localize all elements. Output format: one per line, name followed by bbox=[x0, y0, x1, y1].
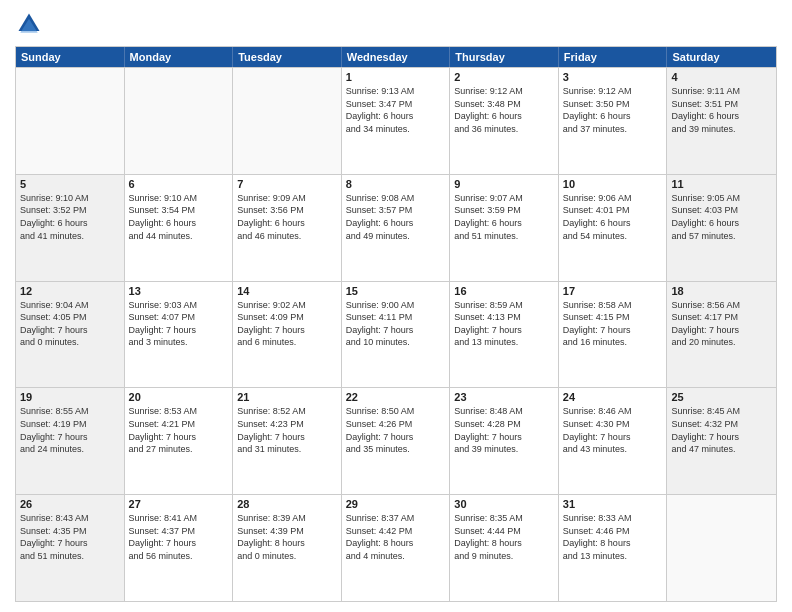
calendar-cell: 4Sunrise: 9:11 AM Sunset: 3:51 PM Daylig… bbox=[667, 68, 776, 174]
cell-info: Sunrise: 9:07 AM Sunset: 3:59 PM Dayligh… bbox=[454, 192, 554, 242]
day-number: 6 bbox=[129, 178, 229, 190]
logo-icon bbox=[15, 10, 43, 38]
calendar-cell: 13Sunrise: 9:03 AM Sunset: 4:07 PM Dayli… bbox=[125, 282, 234, 388]
page: SundayMondayTuesdayWednesdayThursdayFrid… bbox=[0, 0, 792, 612]
day-number: 23 bbox=[454, 391, 554, 403]
cell-info: Sunrise: 8:52 AM Sunset: 4:23 PM Dayligh… bbox=[237, 405, 337, 455]
calendar-cell: 7Sunrise: 9:09 AM Sunset: 3:56 PM Daylig… bbox=[233, 175, 342, 281]
weekday-header: Wednesday bbox=[342, 47, 451, 67]
calendar-cell bbox=[233, 68, 342, 174]
cell-info: Sunrise: 9:04 AM Sunset: 4:05 PM Dayligh… bbox=[20, 299, 120, 349]
calendar-body: 1Sunrise: 9:13 AM Sunset: 3:47 PM Daylig… bbox=[16, 67, 776, 601]
cell-info: Sunrise: 9:12 AM Sunset: 3:48 PM Dayligh… bbox=[454, 85, 554, 135]
day-number: 21 bbox=[237, 391, 337, 403]
weekday-header: Friday bbox=[559, 47, 668, 67]
calendar-header: SundayMondayTuesdayWednesdayThursdayFrid… bbox=[16, 47, 776, 67]
calendar-cell: 23Sunrise: 8:48 AM Sunset: 4:28 PM Dayli… bbox=[450, 388, 559, 494]
day-number: 10 bbox=[563, 178, 663, 190]
weekday-header: Thursday bbox=[450, 47, 559, 67]
calendar-cell: 16Sunrise: 8:59 AM Sunset: 4:13 PM Dayli… bbox=[450, 282, 559, 388]
calendar-cell: 26Sunrise: 8:43 AM Sunset: 4:35 PM Dayli… bbox=[16, 495, 125, 601]
day-number: 27 bbox=[129, 498, 229, 510]
day-number: 11 bbox=[671, 178, 772, 190]
day-number: 24 bbox=[563, 391, 663, 403]
calendar-cell: 19Sunrise: 8:55 AM Sunset: 4:19 PM Dayli… bbox=[16, 388, 125, 494]
calendar-cell: 14Sunrise: 9:02 AM Sunset: 4:09 PM Dayli… bbox=[233, 282, 342, 388]
cell-info: Sunrise: 9:10 AM Sunset: 3:52 PM Dayligh… bbox=[20, 192, 120, 242]
cell-info: Sunrise: 8:41 AM Sunset: 4:37 PM Dayligh… bbox=[129, 512, 229, 562]
day-number: 30 bbox=[454, 498, 554, 510]
day-number: 15 bbox=[346, 285, 446, 297]
day-number: 7 bbox=[237, 178, 337, 190]
day-number: 12 bbox=[20, 285, 120, 297]
calendar-cell: 22Sunrise: 8:50 AM Sunset: 4:26 PM Dayli… bbox=[342, 388, 451, 494]
calendar-cell: 17Sunrise: 8:58 AM Sunset: 4:15 PM Dayli… bbox=[559, 282, 668, 388]
calendar-cell: 25Sunrise: 8:45 AM Sunset: 4:32 PM Dayli… bbox=[667, 388, 776, 494]
day-number: 19 bbox=[20, 391, 120, 403]
cell-info: Sunrise: 8:55 AM Sunset: 4:19 PM Dayligh… bbox=[20, 405, 120, 455]
cell-info: Sunrise: 8:45 AM Sunset: 4:32 PM Dayligh… bbox=[671, 405, 772, 455]
calendar-cell: 21Sunrise: 8:52 AM Sunset: 4:23 PM Dayli… bbox=[233, 388, 342, 494]
cell-info: Sunrise: 9:09 AM Sunset: 3:56 PM Dayligh… bbox=[237, 192, 337, 242]
calendar-cell: 20Sunrise: 8:53 AM Sunset: 4:21 PM Dayli… bbox=[125, 388, 234, 494]
cell-info: Sunrise: 8:59 AM Sunset: 4:13 PM Dayligh… bbox=[454, 299, 554, 349]
day-number: 9 bbox=[454, 178, 554, 190]
day-number: 28 bbox=[237, 498, 337, 510]
day-number: 16 bbox=[454, 285, 554, 297]
calendar-row: 5Sunrise: 9:10 AM Sunset: 3:52 PM Daylig… bbox=[16, 174, 776, 281]
cell-info: Sunrise: 8:35 AM Sunset: 4:44 PM Dayligh… bbox=[454, 512, 554, 562]
calendar-cell bbox=[125, 68, 234, 174]
calendar-cell: 29Sunrise: 8:37 AM Sunset: 4:42 PM Dayli… bbox=[342, 495, 451, 601]
cell-info: Sunrise: 9:10 AM Sunset: 3:54 PM Dayligh… bbox=[129, 192, 229, 242]
calendar-cell: 1Sunrise: 9:13 AM Sunset: 3:47 PM Daylig… bbox=[342, 68, 451, 174]
day-number: 3 bbox=[563, 71, 663, 83]
header bbox=[15, 10, 777, 38]
day-number: 20 bbox=[129, 391, 229, 403]
cell-info: Sunrise: 8:48 AM Sunset: 4:28 PM Dayligh… bbox=[454, 405, 554, 455]
calendar-row: 19Sunrise: 8:55 AM Sunset: 4:19 PM Dayli… bbox=[16, 387, 776, 494]
cell-info: Sunrise: 8:58 AM Sunset: 4:15 PM Dayligh… bbox=[563, 299, 663, 349]
cell-info: Sunrise: 9:12 AM Sunset: 3:50 PM Dayligh… bbox=[563, 85, 663, 135]
calendar: SundayMondayTuesdayWednesdayThursdayFrid… bbox=[15, 46, 777, 602]
weekday-header: Sunday bbox=[16, 47, 125, 67]
day-number: 18 bbox=[671, 285, 772, 297]
cell-info: Sunrise: 9:03 AM Sunset: 4:07 PM Dayligh… bbox=[129, 299, 229, 349]
day-number: 25 bbox=[671, 391, 772, 403]
day-number: 26 bbox=[20, 498, 120, 510]
cell-info: Sunrise: 8:39 AM Sunset: 4:39 PM Dayligh… bbox=[237, 512, 337, 562]
cell-info: Sunrise: 9:02 AM Sunset: 4:09 PM Dayligh… bbox=[237, 299, 337, 349]
calendar-cell: 27Sunrise: 8:41 AM Sunset: 4:37 PM Dayli… bbox=[125, 495, 234, 601]
day-number: 5 bbox=[20, 178, 120, 190]
calendar-cell: 15Sunrise: 9:00 AM Sunset: 4:11 PM Dayli… bbox=[342, 282, 451, 388]
day-number: 14 bbox=[237, 285, 337, 297]
calendar-cell: 6Sunrise: 9:10 AM Sunset: 3:54 PM Daylig… bbox=[125, 175, 234, 281]
calendar-row: 26Sunrise: 8:43 AM Sunset: 4:35 PM Dayli… bbox=[16, 494, 776, 601]
calendar-cell: 5Sunrise: 9:10 AM Sunset: 3:52 PM Daylig… bbox=[16, 175, 125, 281]
cell-info: Sunrise: 9:00 AM Sunset: 4:11 PM Dayligh… bbox=[346, 299, 446, 349]
cell-info: Sunrise: 8:46 AM Sunset: 4:30 PM Dayligh… bbox=[563, 405, 663, 455]
day-number: 22 bbox=[346, 391, 446, 403]
calendar-row: 12Sunrise: 9:04 AM Sunset: 4:05 PM Dayli… bbox=[16, 281, 776, 388]
day-number: 2 bbox=[454, 71, 554, 83]
calendar-cell: 30Sunrise: 8:35 AM Sunset: 4:44 PM Dayli… bbox=[450, 495, 559, 601]
day-number: 4 bbox=[671, 71, 772, 83]
weekday-header: Tuesday bbox=[233, 47, 342, 67]
cell-info: Sunrise: 9:11 AM Sunset: 3:51 PM Dayligh… bbox=[671, 85, 772, 135]
calendar-row: 1Sunrise: 9:13 AM Sunset: 3:47 PM Daylig… bbox=[16, 67, 776, 174]
calendar-cell: 18Sunrise: 8:56 AM Sunset: 4:17 PM Dayli… bbox=[667, 282, 776, 388]
day-number: 1 bbox=[346, 71, 446, 83]
calendar-cell bbox=[667, 495, 776, 601]
calendar-cell: 10Sunrise: 9:06 AM Sunset: 4:01 PM Dayli… bbox=[559, 175, 668, 281]
cell-info: Sunrise: 8:56 AM Sunset: 4:17 PM Dayligh… bbox=[671, 299, 772, 349]
cell-info: Sunrise: 8:33 AM Sunset: 4:46 PM Dayligh… bbox=[563, 512, 663, 562]
weekday-header: Monday bbox=[125, 47, 234, 67]
calendar-cell bbox=[16, 68, 125, 174]
day-number: 13 bbox=[129, 285, 229, 297]
calendar-cell: 12Sunrise: 9:04 AM Sunset: 4:05 PM Dayli… bbox=[16, 282, 125, 388]
cell-info: Sunrise: 8:37 AM Sunset: 4:42 PM Dayligh… bbox=[346, 512, 446, 562]
calendar-cell: 24Sunrise: 8:46 AM Sunset: 4:30 PM Dayli… bbox=[559, 388, 668, 494]
cell-info: Sunrise: 9:13 AM Sunset: 3:47 PM Dayligh… bbox=[346, 85, 446, 135]
calendar-cell: 28Sunrise: 8:39 AM Sunset: 4:39 PM Dayli… bbox=[233, 495, 342, 601]
calendar-cell: 31Sunrise: 8:33 AM Sunset: 4:46 PM Dayli… bbox=[559, 495, 668, 601]
weekday-header: Saturday bbox=[667, 47, 776, 67]
